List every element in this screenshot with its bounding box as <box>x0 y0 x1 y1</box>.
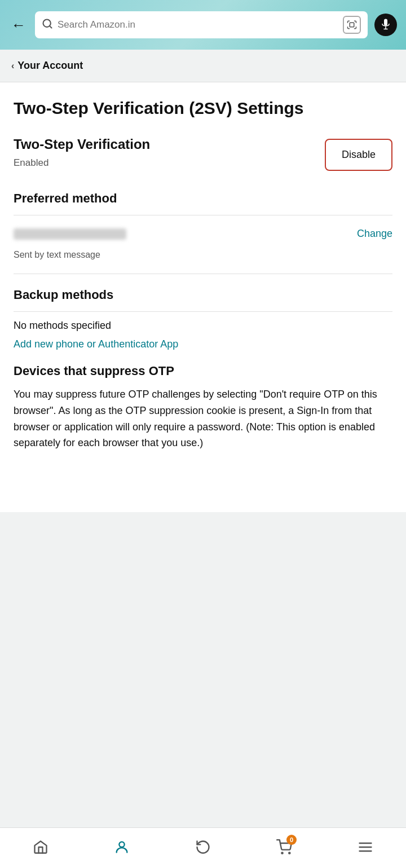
nav-menu[interactable] <box>325 828 406 868</box>
main-content: Two-Step Verification (2SV) Settings Two… <box>0 82 406 512</box>
disable-button[interactable]: Disable <box>325 139 392 171</box>
app-header: ← <box>0 0 406 50</box>
breadcrumb-label: Your Account <box>17 60 83 72</box>
preferred-method-title: Preferred method <box>14 191 392 206</box>
svg-rect-2 <box>350 23 354 27</box>
preferred-method-row: Change <box>14 220 392 248</box>
search-bar[interactable] <box>35 11 368 38</box>
divider-preferred <box>14 215 392 215</box>
devices-description: You may suppress future OTP challenges b… <box>14 386 392 451</box>
backup-methods-title: Backup methods <box>14 288 392 302</box>
cart-count-badge: 0 <box>286 835 297 845</box>
back-button[interactable]: ← <box>9 14 28 36</box>
search-input[interactable] <box>58 19 338 30</box>
returns-icon <box>195 839 211 857</box>
breadcrumb[interactable]: ‹ Your Account <box>0 50 406 82</box>
no-methods-text: No methods specified <box>14 320 392 332</box>
nav-returns[interactable] <box>162 828 244 868</box>
svg-line-1 <box>50 25 52 28</box>
page-title: Two-Step Verification (2SV) Settings <box>14 98 392 118</box>
breadcrumb-chevron-icon: ‹ <box>11 61 14 71</box>
svg-rect-3 <box>384 19 387 26</box>
nav-home[interactable] <box>0 828 81 868</box>
svg-point-6 <box>119 841 124 847</box>
divider-backup <box>14 311 392 312</box>
add-backup-method-link[interactable]: Add new phone or Authenticator App <box>14 338 392 350</box>
sent-by-text: Sent by text message <box>14 250 392 269</box>
microphone-icon[interactable] <box>374 14 397 36</box>
tsv-status: Enabled <box>14 157 48 168</box>
two-step-verification-section: Two-Step Verification Enabled Disable <box>14 136 392 171</box>
devices-title: Devices that suppress OTP <box>14 364 392 378</box>
change-method-link[interactable]: Change <box>357 228 392 240</box>
search-icon <box>42 18 53 32</box>
svg-point-7 <box>281 852 283 853</box>
nav-account[interactable] <box>81 828 162 868</box>
nav-cart[interactable]: 0 <box>244 828 325 868</box>
hamburger-menu-icon <box>358 839 373 857</box>
svg-point-8 <box>289 852 290 853</box>
phone-number-blurred <box>14 228 126 240</box>
tsv-heading: Two-Step Verification <box>14 136 316 153</box>
tsv-label-block: Two-Step Verification Enabled <box>14 136 316 169</box>
divider-after-preferred <box>14 274 392 274</box>
home-icon <box>33 839 48 857</box>
bottom-navigation: 0 <box>0 827 406 868</box>
your-account-link[interactable]: ‹ Your Account <box>11 60 395 72</box>
backup-methods-section: Backup methods No methods specified Add … <box>14 288 392 350</box>
cart-badge: 0 <box>276 839 292 857</box>
preferred-method-section: Preferred method Change Sent by text mes… <box>14 191 392 274</box>
devices-suppress-otp-section: Devices that suppress OTP You may suppre… <box>14 364 392 451</box>
camera-scan-icon[interactable] <box>343 16 361 34</box>
account-icon <box>114 839 130 857</box>
